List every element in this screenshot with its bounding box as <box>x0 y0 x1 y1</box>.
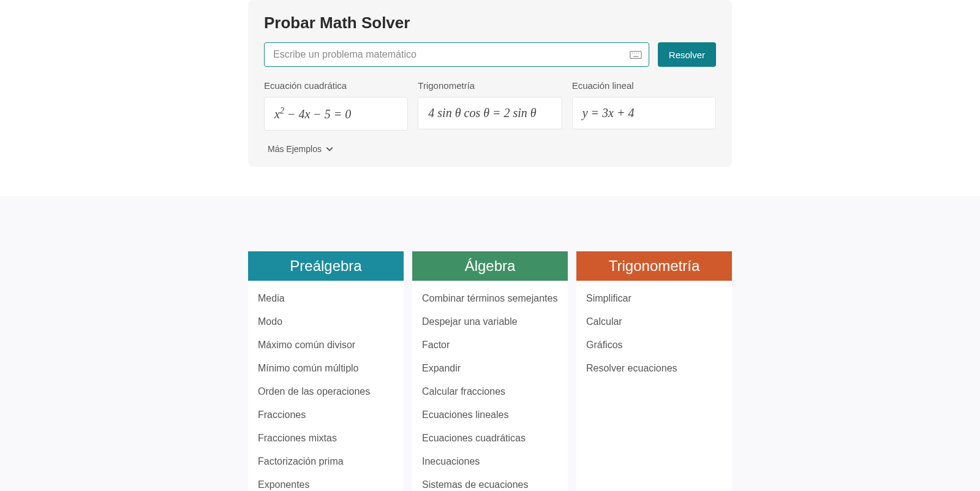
category-column: ÁlgebraCombinar términos semejantesDespe… <box>412 251 568 491</box>
keyboard-icon[interactable] <box>630 50 642 59</box>
example-expr: x2 − 4x − 5 = 0 <box>274 106 351 121</box>
category-item[interactable]: Despejar una variable <box>422 310 558 333</box>
category-item[interactable]: Ecuaciones cuadráticas <box>422 427 558 450</box>
example-quadratic: Ecuación cuadrática x2 − 4x − 5 = 0 <box>264 80 408 131</box>
solver-input-row: Resolver <box>264 42 716 67</box>
category-item[interactable]: Combinar términos semejantes <box>422 287 558 310</box>
category-item[interactable]: Gráficos <box>586 333 722 357</box>
category-item[interactable]: Factor <box>422 333 558 357</box>
example-expr: 4 sin θ cos θ = 2 sin θ <box>428 106 536 120</box>
example-label: Ecuación lineal <box>572 80 716 91</box>
category-item[interactable]: Modo <box>258 310 394 333</box>
category-item[interactable]: Mínimo común múltiplo <box>258 357 394 380</box>
category-item[interactable]: Inecuaciones <box>422 450 558 473</box>
categories-section: PreálgebraMediaModoMáximo común divisorM… <box>0 196 980 491</box>
category-list: Combinar términos semejantesDespejar una… <box>412 281 568 491</box>
category-item[interactable]: Media <box>258 287 394 310</box>
example-label: Ecuación cuadrática <box>264 80 408 91</box>
examples-row: Ecuación cuadrática x2 − 4x − 5 = 0 Trig… <box>264 80 716 131</box>
example-card-trig[interactable]: 4 sin θ cos θ = 2 sin θ <box>418 97 562 129</box>
category-item[interactable]: Calcular fracciones <box>422 380 558 403</box>
category-item[interactable]: Resolver ecuaciones <box>586 357 722 380</box>
category-column: PreálgebraMediaModoMáximo común divisorM… <box>248 251 404 491</box>
example-linear: Ecuación lineal y = 3x + 4 <box>572 80 716 131</box>
category-list: SimplificarCalcularGráficosResolver ecua… <box>576 281 732 386</box>
category-item[interactable]: Sistemas de ecuaciones <box>422 473 558 491</box>
solve-button[interactable]: Resolver <box>658 42 716 67</box>
category-item[interactable]: Fracciones mixtas <box>258 427 394 450</box>
category-item[interactable]: Calcular <box>586 310 722 333</box>
solver-title: Probar Math Solver <box>264 13 716 32</box>
category-item[interactable]: Exponentes <box>258 473 394 491</box>
category-item[interactable]: Factorización prima <box>258 450 394 473</box>
category-item[interactable]: Orden de las operaciones <box>258 380 394 403</box>
category-header[interactable]: Álgebra <box>412 251 568 281</box>
more-examples-toggle[interactable]: Más Ejemplos <box>264 144 334 154</box>
math-input[interactable] <box>264 42 649 67</box>
category-header[interactable]: Preálgebra <box>248 251 404 281</box>
category-item[interactable]: Simplificar <box>586 287 722 310</box>
category-item[interactable]: Ecuaciones lineales <box>422 403 558 427</box>
example-label: Trigonometría <box>418 80 562 91</box>
category-item[interactable]: Máximo común divisor <box>258 333 394 357</box>
svg-rect-0 <box>630 51 641 59</box>
solver-input-wrapper <box>264 42 649 67</box>
category-item[interactable]: Expandir <box>422 357 558 380</box>
solver-panel: Probar Math Solver Resolver Ecuación cua… <box>248 0 732 167</box>
example-expr: y = 3x + 4 <box>582 106 635 120</box>
chevron-down-icon <box>325 145 334 153</box>
category-item[interactable]: Fracciones <box>258 403 394 427</box>
example-trig: Trigonometría 4 sin θ cos θ = 2 sin θ <box>418 80 562 131</box>
category-list: MediaModoMáximo común divisorMínimo comú… <box>248 281 404 491</box>
example-card-quadratic[interactable]: x2 − 4x − 5 = 0 <box>264 97 408 131</box>
category-column: TrigonometríaSimplificarCalcularGráficos… <box>576 251 732 491</box>
example-card-linear[interactable]: y = 3x + 4 <box>572 97 716 129</box>
category-header[interactable]: Trigonometría <box>576 251 732 281</box>
more-examples-label: Más Ejemplos <box>268 144 322 154</box>
categories-wrap: PreálgebraMediaModoMáximo común divisorM… <box>248 251 732 491</box>
